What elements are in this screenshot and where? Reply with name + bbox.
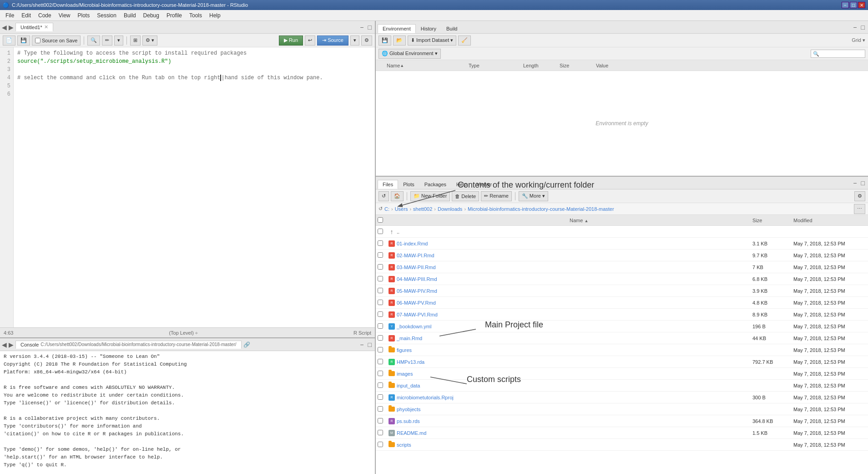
menu-code[interactable]: Code [35,11,55,20]
file-name-07[interactable]: 07-MAW-PVI.Rmd [397,312,752,317]
files-minimize[interactable]: − [852,179,858,187]
editor-maximize[interactable]: □ [367,24,373,31]
source-on-save-btn[interactable]: Source on Save [32,36,81,46]
file-cb[interactable] [378,394,383,400]
file-cb[interactable] [378,288,383,293]
tab-files[interactable]: Files [378,180,398,189]
file-name-rds[interactable]: ps.sub.rds [397,418,752,424]
window-controls[interactable]: − □ ✕ [842,2,865,8]
tab-build[interactable]: Build [441,24,462,33]
list-item[interactable]: R 04-MAW-PIII.Rmd 6.8 KB May 7, 2018, 12… [376,273,868,285]
menu-view[interactable]: View [55,11,74,20]
file-cb[interactable] [378,347,383,352]
file-name-figures[interactable]: figures [397,347,752,353]
file-name-06[interactable]: 06-MAW-PV.Rmd [397,300,752,306]
file-name-scripts[interactable]: scripts [397,442,752,448]
file-cb[interactable] [378,240,383,246]
edit-btn[interactable]: ✏ [102,36,112,46]
maximize-btn[interactable]: □ [850,2,857,8]
new-folder-btn[interactable]: 📁 New Folder [410,191,450,201]
list-item[interactable]: R microbiometutorials.Rproj 300 B May 7,… [376,392,868,403]
file-name-05[interactable]: 05-MAW-PIV.Rmd [397,288,752,294]
tab-packages[interactable]: Packages [419,180,451,189]
menu-plots[interactable]: Plots [74,11,94,20]
load-env-btn[interactable]: 📂 [393,36,406,46]
col-modified-header[interactable]: Modified [793,218,866,223]
files-gear-btn[interactable]: ⚙ [854,191,865,201]
files-maximize[interactable]: □ [860,179,866,187]
wand-btn[interactable]: ▾ [114,36,123,46]
file-name-phyobjects[interactable]: phyobjects [397,407,752,412]
save-env-btn[interactable]: 💾 [378,36,391,46]
list-item[interactable]: R 05-MAW-PIV.Rmd 3.9 KB May 7, 2018, 12:… [376,285,868,297]
tab-environment[interactable]: Environment [378,24,416,33]
list-item[interactable]: R ps.sub.rds 364.8 KB May 7, 2018, 12:53… [376,415,868,427]
list-item[interactable]: R 02-MAW-PI.Rmd 9.7 KB May 7, 2018, 12:5… [376,250,868,261]
file-cb[interactable] [378,323,383,329]
file-cb[interactable] [378,359,383,364]
file-cb[interactable] [378,300,383,305]
env-maximize[interactable]: □ [860,24,866,31]
console-maximize[interactable]: □ [367,341,373,348]
close-btn[interactable]: ✕ [858,2,865,8]
menu-debug[interactable]: Debug [140,11,163,20]
menu-tools[interactable]: Tools [186,11,206,20]
file-cb[interactable] [378,382,383,388]
env-minimize[interactable]: − [852,24,858,31]
code-editor[interactable]: 1 2 3 4 5 6 # Type the following to acce… [0,47,375,327]
file-cb[interactable] [378,252,383,258]
list-item[interactable]: phyobjects May 7, 2018, 12:53 PM [376,403,868,415]
source-on-save-checkbox[interactable] [35,38,40,43]
console-content[interactable]: R version 3.4.4 (2018-03-15) -- "Someone… [0,351,375,474]
rename-btn[interactable]: ✏ Rename [481,191,512,201]
file-name-readme[interactable]: README.md [397,430,752,436]
breadcrumb-downloads[interactable]: Downloads [438,206,462,212]
list-item[interactable]: R 03-MAW-PII.Rmd 7 KB May 7, 2018, 12:53… [376,261,868,273]
refresh-btn[interactable]: ↺ [378,191,389,201]
menu-help[interactable]: Help [206,11,224,20]
file-cb[interactable] [378,371,383,376]
file-cb[interactable] [378,335,383,341]
list-item[interactable]: M README.md 1.5 KB May 7, 2018, 12:53 PM [376,427,868,439]
new-file-btn[interactable]: 📄 [3,36,15,46]
menu-profile[interactable]: Profile [163,11,186,20]
parent-dir-name[interactable]: .. [397,229,752,234]
file-cb[interactable] [378,276,383,281]
breadcrumb-users[interactable]: Users [395,206,408,212]
file-name-hmpv13[interactable]: HMPv13.rda [397,359,752,365]
console-minimize[interactable]: − [358,341,365,348]
menu-session[interactable]: Session [93,11,120,20]
run-btn[interactable]: ▶ Run [279,36,303,46]
file-name-04[interactable]: 04-MAW-PIII.Rmd [397,276,752,282]
list-item[interactable]: images May 7, 2018, 12:53 PM [376,368,868,380]
tab-plots[interactable]: Plots [398,180,419,189]
file-name-03[interactable]: 03-MAW-PII.Rmd [397,265,752,270]
file-cb[interactable] [378,430,383,435]
import-dataset-btn[interactable]: ⬇ Import Dataset ▾ [408,36,456,46]
list-item[interactable]: R _main.Rmd 44 KB May 7, 2018, 12:53 PM [376,332,868,344]
editor-tab-close[interactable]: ✕ [44,24,48,30]
list-item[interactable]: R 01-index.Rmd 3.1 KB May 7, 2018, 12:53… [376,238,868,250]
clear-env-btn[interactable]: 🧹 [458,36,471,46]
more-btn[interactable]: 🔧 More ▾ [519,191,548,201]
source-dropdown[interactable]: ▾ [350,36,359,46]
file-cb[interactable] [378,229,383,234]
menu-edit[interactable]: Edit [18,11,35,20]
code-content[interactable]: # Type the following to access the scrip… [14,47,375,327]
list-item[interactable]: ↑ .. [376,226,868,238]
search-btn[interactable]: 🔍 [87,36,100,46]
env-search[interactable] [811,50,865,58]
indent-btn[interactable]: ⊞ [130,36,141,46]
file-name-input-data[interactable]: input_data [397,383,752,388]
nav-back-icon[interactable]: ◀ [2,24,7,31]
nav-forward-icon[interactable]: ▶ [9,24,14,31]
col-size-header[interactable]: Size [752,218,793,223]
menu-file[interactable]: File [2,11,18,20]
rerun-btn[interactable]: ↩ [305,36,315,46]
breadcrumb-nav-btn[interactable]: ↺ [378,206,383,212]
file-cb[interactable] [378,311,383,317]
breadcrumb-more-btn[interactable]: ⋯ [854,204,865,214]
file-name-02[interactable]: 02-MAW-PI.Rmd [397,253,752,258]
file-cb[interactable] [378,442,383,447]
list-item[interactable]: Y _bookdown.yml 196 B May 7, 2018, 12:53… [376,321,868,332]
